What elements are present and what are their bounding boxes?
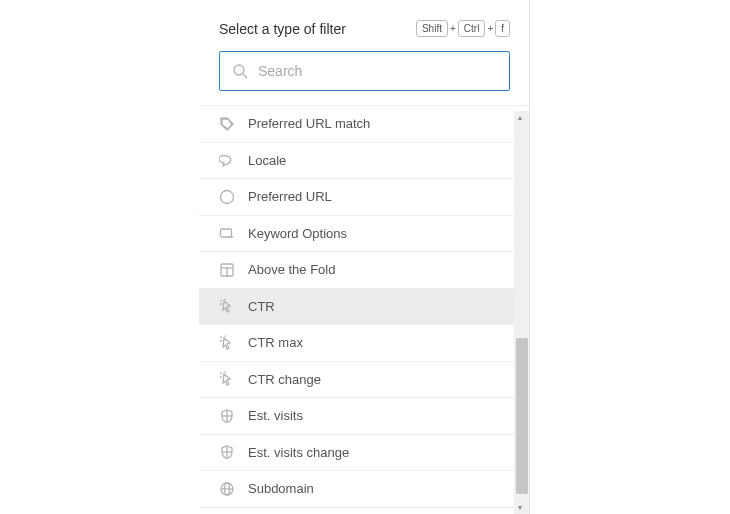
filter-item[interactable]: Above the Fold <box>199 252 530 289</box>
filter-item-label: Est. visits change <box>248 445 349 460</box>
filter-item[interactable]: Est. visits change <box>199 435 530 472</box>
tag-icon <box>219 116 235 132</box>
filter-item[interactable]: CTR max <box>199 325 530 362</box>
svg-point-0 <box>234 65 244 75</box>
filter-item-label: Preferred URL match <box>248 116 370 131</box>
filter-item-label: Preferred URL <box>248 189 332 204</box>
question-icon <box>219 189 235 205</box>
cursor-icon <box>219 371 235 387</box>
panel-divider <box>529 0 530 514</box>
filter-item-label: Keyword Options <box>248 226 347 241</box>
filter-list: Preferred URL matchLocalePreferred URLKe… <box>199 105 530 508</box>
key-ctrl: Ctrl <box>458 20 486 37</box>
filter-item[interactable]: CTR change <box>199 362 530 399</box>
cursor-icon <box>219 298 235 314</box>
globe-icon <box>219 481 235 497</box>
key-f: f <box>495 20 510 37</box>
plus-icon: + <box>487 23 493 34</box>
filter-item[interactable]: Preferred URL match <box>199 106 530 143</box>
filter-item[interactable]: Locale <box>199 143 530 180</box>
filter-item-label: CTR <box>248 299 275 314</box>
keyboard-shortcut: Shift + Ctrl + f <box>416 20 510 37</box>
scroll-down-icon[interactable]: ▾ <box>518 504 522 512</box>
scrollbar-track[interactable]: ▴ ▾ <box>514 111 530 514</box>
filter-panel: Select a type of filter Shift + Ctrl + f… <box>199 0 530 514</box>
svg-line-1 <box>243 74 247 78</box>
filter-panel-header: Select a type of filter Shift + Ctrl + f <box>199 0 530 105</box>
options-icon <box>219 225 235 241</box>
shield-icon <box>219 444 235 460</box>
filter-item[interactable]: Est. visits <box>199 398 530 435</box>
filter-item[interactable]: Preferred URL <box>199 179 530 216</box>
search-input[interactable] <box>258 63 497 79</box>
scroll-up-icon[interactable]: ▴ <box>518 114 522 122</box>
filter-item-label: Above the Fold <box>248 262 335 277</box>
filter-item-label: Est. visits <box>248 408 303 423</box>
search-icon <box>232 63 248 79</box>
key-shift: Shift <box>416 20 448 37</box>
filter-item-label: CTR max <box>248 335 303 350</box>
chat-icon <box>219 152 235 168</box>
filter-item[interactable]: Subdomain <box>199 471 530 508</box>
scrollbar-thumb[interactable] <box>516 338 528 494</box>
shield-icon <box>219 408 235 424</box>
search-box[interactable] <box>219 51 510 91</box>
layout-icon <box>219 262 235 278</box>
plus-icon: + <box>450 23 456 34</box>
filter-item[interactable]: CTR <box>199 289 530 326</box>
filter-item-label: Locale <box>248 153 286 168</box>
panel-title: Select a type of filter <box>219 21 346 37</box>
filter-item-label: CTR change <box>248 372 321 387</box>
filter-item[interactable]: Keyword Options <box>199 216 530 253</box>
filter-item-label: Subdomain <box>248 481 314 496</box>
cursor-icon <box>219 335 235 351</box>
